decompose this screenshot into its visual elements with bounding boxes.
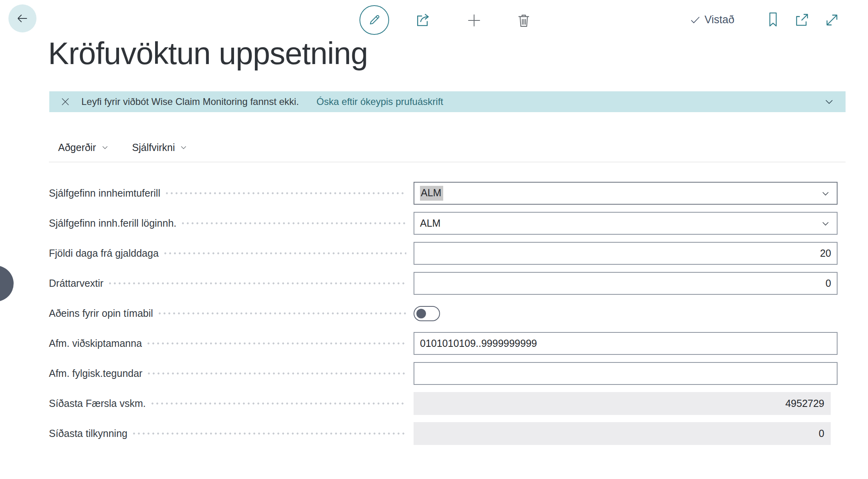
form-row-sidasta-faersla-vskm: Síðasta Færsla vskm. 4952729	[0, 388, 868, 419]
form-row-sjalfgefinn-innhferill-loginnh: Sjálfgefinn innh.ferill löginnh. ALM	[0, 208, 868, 238]
menu-automation-label: Sjálfvirkni	[132, 142, 175, 153]
banner-trial-link[interactable]: Óska eftir ókeypis prufuáskrift	[317, 96, 443, 107]
dotted-leader	[109, 282, 406, 284]
dotted-leader	[166, 192, 406, 194]
dotted-leader	[159, 312, 406, 314]
banner-close-button[interactable]	[60, 96, 71, 107]
field-label: Síðasta Færsla vskm.	[49, 398, 146, 409]
field-label: Afm. viðskiptamanna	[49, 338, 142, 349]
expand-button[interactable]	[822, 10, 842, 30]
open-in-new-window-icon	[793, 12, 810, 28]
menubar-divider	[49, 162, 846, 162]
pencil-icon	[367, 12, 382, 28]
chevron-down-icon	[823, 96, 835, 108]
dotted-leader	[151, 403, 406, 405]
page: Vistað Kröfuvöktun uppsetning	[0, 0, 868, 479]
new-button[interactable]	[464, 10, 484, 30]
field-value-selected: ALM	[420, 186, 443, 201]
field-label: Fjöldi daga frá gjalddaga	[49, 248, 159, 259]
combobox-sjalfgefinn-innheimtuferill[interactable]: ALM	[414, 182, 838, 205]
form-row-fjoldi-daga-fra-gjalddaga: Fjöldi daga frá gjalddaga 20	[0, 238, 868, 268]
input-drattarvextir[interactable]: 0	[414, 272, 838, 295]
save-status-label: Vistað	[704, 14, 735, 26]
back-button[interactable]	[8, 4, 36, 32]
expand-diagonal-icon	[824, 12, 840, 28]
share-button[interactable]	[413, 10, 433, 30]
field-value: ALM	[420, 217, 440, 229]
bookmark-icon	[765, 11, 781, 28]
chevron-down-icon[interactable]	[820, 188, 831, 199]
field-label: Sjálfgefinn innheimtuferill	[49, 187, 160, 199]
check-icon	[689, 14, 701, 26]
form-row-sjalfgefinn-innheimtuferill: Sjálfgefinn innheimtuferill ALM	[0, 178, 868, 208]
close-icon	[60, 96, 71, 107]
field-label: Dráttarvextir	[49, 278, 103, 289]
share-icon	[414, 12, 432, 29]
readonly-sidasta-faersla-vskm: 4952729	[414, 392, 831, 415]
field-label: Aðeins fyrir opin tímabil	[49, 308, 153, 319]
field-label: Afm. fylgisk.tegundar	[49, 368, 142, 379]
plus-icon	[465, 12, 483, 29]
page-title: Kröfuvöktun uppsetning	[48, 35, 368, 72]
field-label: Síðasta tilkynning	[49, 428, 127, 439]
settings-form: Sjálfgefinn innheimtuferill ALM Sjálfgef…	[0, 178, 868, 449]
bookmark-button[interactable]	[764, 10, 782, 30]
edit-button[interactable]	[359, 5, 389, 35]
save-status: Vistað	[689, 14, 735, 26]
field-value: 4952729	[785, 398, 824, 409]
form-row-drattarvextir: Dráttarvextir 0	[0, 268, 868, 298]
delete-button[interactable]	[514, 10, 534, 30]
toggle-adeins-fyrir-opin-timabil[interactable]	[414, 306, 440, 321]
form-row-adeins-fyrir-opin-timabil: Aðeins fyrir opin tímabil	[0, 298, 868, 328]
toggle-knob	[416, 309, 426, 318]
form-row-sidasta-tilkynning: Síðasta tilkynning 0	[0, 419, 868, 449]
menu-actions[interactable]: Aðgerðir	[58, 142, 109, 153]
field-label: Sjálfgefinn innh.ferill löginnh.	[49, 217, 176, 229]
chevron-down-icon	[180, 143, 188, 151]
dotted-leader	[147, 342, 406, 344]
chevron-down-icon	[101, 143, 109, 151]
banner-message: Leyfi fyrir viðbót Wise Claim Monitoring…	[81, 96, 299, 107]
menu-automation[interactable]: Sjálfvirkni	[132, 142, 188, 153]
trash-icon	[515, 12, 532, 29]
combobox-sjalfgefinn-innhferill-loginnh[interactable]: ALM	[414, 212, 838, 235]
form-row-afm-vidskiptamanna: Afm. viðskiptamanna 0101010109..99999999…	[0, 328, 868, 358]
field-value: 0	[826, 278, 831, 289]
input-afm-fylgisk-tegundar[interactable]	[414, 362, 838, 385]
banner-expand-button[interactable]	[823, 96, 835, 108]
field-value: 0101010109..9999999999	[420, 338, 537, 349]
notification-banner: Leyfi fyrir viðbót Wise Claim Monitoring…	[49, 91, 846, 112]
dotted-leader	[133, 433, 406, 435]
chevron-down-icon[interactable]	[820, 218, 831, 229]
form-row-afm-fylgisk-tegundar: Afm. fylgisk.tegundar	[0, 358, 868, 388]
dotted-leader	[164, 252, 406, 254]
dotted-leader	[182, 222, 406, 224]
open-in-new-window-button[interactable]	[792, 10, 812, 30]
field-value: 0	[819, 428, 824, 439]
action-menubar: Aðgerðir Sjálfvirkni	[58, 138, 188, 157]
field-value: 20	[820, 248, 831, 259]
dotted-leader	[148, 372, 406, 374]
back-arrow-icon	[15, 11, 30, 26]
menu-actions-label: Aðgerðir	[58, 142, 96, 153]
input-fjoldi-daga-fra-gjalddaga[interactable]: 20	[414, 242, 838, 265]
input-afm-vidskiptamanna[interactable]: 0101010109..9999999999	[414, 332, 838, 355]
readonly-sidasta-tilkynning: 0	[414, 422, 831, 445]
